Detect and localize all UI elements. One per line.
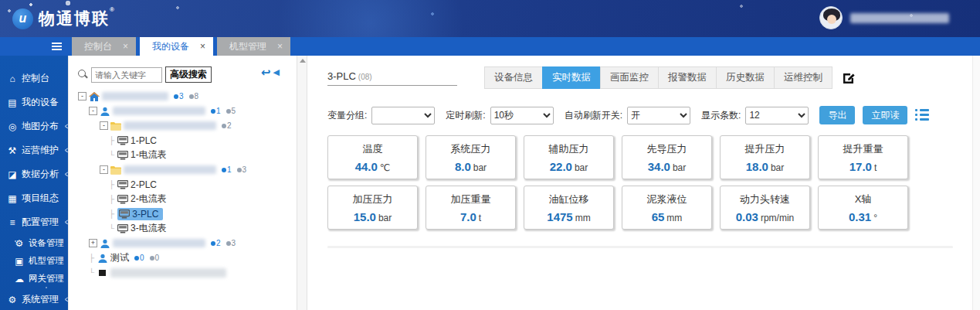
online-count-badge: 0 bbox=[134, 254, 144, 262]
top-header-bar: u 物通博联® bbox=[0, 0, 980, 37]
tab-model-management[interactable]: 机型管理× bbox=[217, 37, 290, 56]
device-detail-panel: 3-PLC(08) 设备信息 实时数据 画面监控 报警数据 历史数据 运维控制 … bbox=[307, 56, 972, 310]
realtime-data-cards: 温度44.0℃ 系统压力8.0bar 辅助压力22.0bar 先导压力34.0b… bbox=[327, 135, 965, 230]
refresh-interval-select[interactable]: 10秒 bbox=[490, 107, 554, 124]
variable-group-select[interactable] bbox=[371, 107, 435, 124]
card-unit: t bbox=[479, 213, 481, 223]
device-node-label: 3-PLC bbox=[132, 209, 158, 220]
card-unit: t bbox=[874, 162, 877, 173]
device-tree: - 3 8 - 1 5 - 2 ├ 1-PLC bbox=[78, 89, 292, 280]
tab-console[interactable]: 控制台× bbox=[72, 37, 136, 56]
redacted-node-label bbox=[124, 165, 216, 174]
auto-refresh-select[interactable]: 开 bbox=[627, 107, 690, 124]
tab-realtime-data[interactable]: 实时数据 bbox=[542, 66, 601, 89]
collapse-box-icon[interactable]: - bbox=[89, 107, 97, 115]
sidebar-toggle-button[interactable] bbox=[0, 37, 68, 56]
tab-history-data[interactable]: 历史数据 bbox=[716, 66, 775, 89]
user-avatar[interactable] bbox=[819, 6, 843, 29]
sidebar-item-my-devices[interactable]: ▤我的设备 bbox=[0, 90, 68, 114]
sidebar-item-model-management[interactable]: ▣机型管理 bbox=[0, 252, 68, 270]
device-node-label: 2-电流表 bbox=[131, 192, 167, 206]
tree-node-device[interactable]: ├ 1-PLC bbox=[78, 133, 292, 148]
collapse-box-icon[interactable]: - bbox=[78, 92, 86, 100]
tree-node-device-selected[interactable]: ├ 3-PLC bbox=[78, 206, 292, 221]
card-title: 温度 bbox=[328, 142, 417, 156]
undo-refresh-icon[interactable]: ↩ bbox=[261, 66, 271, 78]
tree-node-folder[interactable]: - 1 3 bbox=[78, 162, 292, 177]
home-icon: ⌂ bbox=[7, 73, 18, 84]
close-icon[interactable]: × bbox=[277, 41, 283, 52]
tab-device-info[interactable]: 设备信息 bbox=[484, 66, 543, 89]
sidebar-item-label: 运营维护 bbox=[22, 144, 59, 157]
card-unit: bar bbox=[771, 162, 784, 173]
advanced-search-button[interactable]: 高级搜索 bbox=[165, 66, 212, 83]
sidebar-item-configuration[interactable]: ≡配置管理< bbox=[0, 210, 68, 234]
sidebar-item-gateway-management[interactable]: ☁网关管理 bbox=[0, 270, 68, 288]
tree-node-root[interactable]: - 3 8 bbox=[78, 89, 292, 104]
tree-node-group[interactable]: + 2 3 bbox=[78, 236, 292, 250]
sidebar-item-console[interactable]: ⌂控制台 bbox=[0, 66, 68, 90]
close-icon[interactable]: × bbox=[200, 41, 205, 52]
sidebar-item-data-analysis[interactable]: ◪数据分析< bbox=[0, 162, 68, 186]
card-title: 辅助压力 bbox=[524, 142, 613, 156]
folder-icon bbox=[110, 121, 121, 131]
card-value: 0.31 bbox=[849, 210, 871, 223]
tree-scrollbar[interactable] bbox=[297, 56, 307, 310]
data-card-temperature: 温度44.0℃ bbox=[327, 135, 418, 179]
online-count-badge: 2 bbox=[211, 239, 221, 247]
card-unit: ℃ bbox=[380, 162, 390, 173]
tree-node-device[interactable]: ├ 2-PLC bbox=[78, 177, 292, 192]
user-icon bbox=[97, 254, 108, 263]
card-title: 动力头转速 bbox=[721, 192, 809, 206]
close-icon[interactable]: × bbox=[123, 41, 128, 52]
sidebar-item-map-distribution[interactable]: ◎地图分布< bbox=[0, 114, 68, 138]
user-account-area[interactable] bbox=[819, 6, 949, 29]
data-card-system-pressure: 系统压力8.0bar bbox=[426, 135, 516, 179]
collapse-panel-icon[interactable]: ◀ bbox=[273, 68, 280, 77]
card-unit: bar bbox=[575, 162, 588, 173]
sidebar-item-label: 控制台 bbox=[22, 72, 49, 85]
tree-node-group[interactable]: - 1 5 bbox=[78, 104, 292, 118]
sidebar-item-project-config[interactable]: ▦项目组态 bbox=[0, 186, 68, 210]
tree-node-group-test[interactable]: ├ 测试 0 0 bbox=[78, 250, 292, 265]
tree-node-folder[interactable]: - 2 bbox=[78, 118, 292, 133]
tab-om-control[interactable]: 运维控制 bbox=[774, 66, 832, 89]
tab-alarm-data[interactable]: 报警数据 bbox=[658, 66, 717, 89]
tree-node-device[interactable]: ├ 2-电流表 bbox=[78, 192, 292, 206]
collapse-box-icon[interactable]: - bbox=[100, 165, 108, 174]
chart-icon: ◪ bbox=[7, 169, 18, 180]
expand-box-icon[interactable]: + bbox=[89, 239, 97, 247]
device-icon bbox=[117, 224, 128, 233]
sidebar-item-operation-maintenance[interactable]: ⚒运营维护< bbox=[0, 138, 68, 162]
sidebar-item-label: 网关管理 bbox=[29, 273, 64, 284]
collapse-box-icon[interactable]: - bbox=[100, 121, 108, 130]
display-count-select[interactable]: 12 bbox=[745, 107, 809, 124]
sidebar-item-device-management[interactable]: ⚙设备管理 bbox=[0, 234, 68, 252]
tree-search-input[interactable] bbox=[91, 67, 162, 83]
page-scrollbar[interactable] bbox=[972, 56, 980, 310]
tools-icon: ⚒ bbox=[7, 145, 18, 156]
tree-node-device[interactable]: └ 1-电流表 bbox=[78, 148, 292, 162]
data-card-lift-pressure: 提升压力18.0bar bbox=[720, 135, 810, 179]
brand-logo-text: 物通博联® bbox=[39, 8, 116, 29]
tree-node-device[interactable]: └ 3-电流表 bbox=[78, 221, 292, 236]
tab-label: 我的设备 bbox=[152, 40, 189, 53]
export-button[interactable]: 导出 bbox=[819, 106, 855, 124]
list-view-icon[interactable] bbox=[915, 109, 929, 121]
model-box-icon: ▣ bbox=[14, 256, 25, 267]
card-title: 泥浆液位 bbox=[622, 192, 711, 206]
edit-icon[interactable] bbox=[842, 71, 856, 85]
tree-node-redacted[interactable]: └ bbox=[78, 265, 292, 280]
user-icon bbox=[100, 239, 110, 248]
scroll-up-arrow-icon[interactable] bbox=[300, 59, 306, 63]
total-count-badge: 3 bbox=[226, 239, 236, 247]
card-value: 18.0 bbox=[746, 160, 768, 173]
sidebar-item-system-management[interactable]: ⚙系统管理< bbox=[0, 288, 68, 310]
tab-my-devices[interactable]: 我的设备× bbox=[140, 37, 213, 56]
total-count-badge: 8 bbox=[189, 92, 199, 100]
device-icon bbox=[119, 210, 130, 219]
card-value: 44.0 bbox=[355, 160, 378, 173]
tab-screen-monitor[interactable]: 画面监控 bbox=[600, 66, 659, 89]
read-now-button[interactable]: 立即读 bbox=[863, 106, 907, 124]
hamburger-icon bbox=[52, 46, 62, 47]
